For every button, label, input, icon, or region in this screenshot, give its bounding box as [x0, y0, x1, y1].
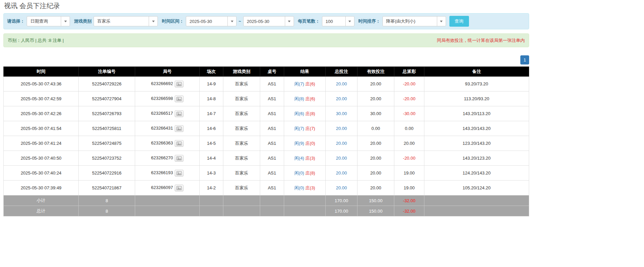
cell-time: 2025-05-30 07:40:24 [4, 166, 79, 181]
subtotal-payout: -32.00 [394, 195, 424, 206]
cell-session: 14-6 [200, 121, 223, 136]
sort-select[interactable]: 降幂(由大到小) [382, 16, 446, 26]
chevron-down-icon [345, 17, 354, 26]
cell-remark: 113.20/93.20 [424, 91, 529, 106]
cell-payout: -20.00 [394, 91, 424, 106]
table-row: 2025-05-30 07:43:36 522540729226 6232666… [4, 77, 529, 91]
round-number: 623266517 [151, 111, 173, 116]
cell-result: 闲(0) 庄(3) [284, 181, 326, 195]
cell-session: 14-2 [200, 181, 223, 195]
date-from-select[interactable]: 2025-05-30 [186, 16, 237, 26]
round-detail-button[interactable] [175, 185, 183, 191]
table-row: 2025-05-30 07:42:59 522540727904 6232665… [4, 91, 529, 106]
round-detail-button[interactable] [175, 110, 183, 117]
query-type-select[interactable]: 日期查询 [27, 16, 70, 26]
cell-table-no: AS1 [260, 121, 284, 136]
cell-remark: 93.20/73.20 [424, 77, 529, 91]
cell-bet-id: 522540725811 [79, 121, 135, 136]
time-range-label: 时间区间： [162, 18, 184, 24]
cell-game-type: 百家乐 [223, 151, 260, 166]
cell-total-bet: 20.00 [326, 151, 357, 166]
total-bet-link[interactable]: 20.00 [336, 156, 347, 161]
cell-payout: 19.00 [394, 181, 424, 195]
cell-game-type: 百家乐 [223, 166, 260, 181]
cell-valid-bet: 20.00 [357, 91, 394, 106]
page-title: 视讯 会员下注纪录 [3, 0, 529, 13]
table-row: 2025-05-30 07:40:50 522540723752 6232662… [4, 151, 529, 166]
page-size-select[interactable]: 100 [322, 16, 354, 26]
cell-result: 闲(7) 庄(6) [284, 77, 326, 91]
round-number: 623266193 [151, 170, 173, 175]
bet-records-table: 时间注单编号局号场次游戏类别桌号结果总投注有效投注总派彩备注 2025-05-3… [3, 66, 529, 216]
total-bet-link[interactable]: 20.00 [336, 170, 347, 176]
search-button[interactable]: 查询 [449, 16, 469, 27]
cell-session: 14-7 [200, 106, 223, 121]
chevron-down-icon [227, 17, 236, 26]
page-size-value: 100 [322, 19, 345, 24]
round-detail-button[interactable] [175, 125, 183, 132]
cell-bet-id: 522540726793 [79, 106, 135, 121]
cell-remark: 143.20/143.20 [424, 121, 529, 136]
round-number: 623266692 [151, 81, 173, 86]
total-label: 总计 [4, 206, 79, 216]
round-detail-button[interactable] [175, 140, 183, 147]
total-bet-link[interactable]: 20.00 [336, 185, 347, 190]
round-detail-button[interactable] [175, 155, 183, 162]
cell-round: 623266517 [135, 106, 200, 121]
query-type-value: 日期查询 [27, 18, 61, 24]
cell-result: 闲(7) 庄(7) [284, 121, 326, 136]
total-bet-link[interactable]: 20.00 [336, 126, 347, 131]
page-button-1[interactable]: 1 [520, 55, 529, 64]
cell-session: 14-5 [200, 136, 223, 151]
image-icon [176, 141, 182, 145]
column-header: 结果 [284, 67, 326, 77]
game-type-label: 游戏类别 [74, 18, 92, 24]
cell-bet-id: 522540729226 [79, 77, 135, 91]
game-type-select[interactable]: 百家乐 [94, 16, 158, 26]
cell-game-type: 百家乐 [223, 136, 260, 151]
round-detail-button[interactable] [175, 170, 183, 177]
round-detail-button[interactable] [175, 81, 183, 87]
cell-payout: 19.00 [394, 166, 424, 181]
result-banker: 庄(8) [305, 170, 315, 176]
cell-valid-bet: 20.00 [357, 77, 394, 91]
cell-time: 2025-05-30 07:43:36 [4, 77, 79, 91]
total-bet-link[interactable]: 30.00 [336, 111, 347, 116]
cell-remark: 105.20/124.20 [424, 181, 529, 195]
column-header: 备注 [424, 67, 529, 77]
cell-valid-bet: 20.00 [357, 181, 394, 195]
game-type-value: 百家乐 [94, 18, 149, 24]
cell-total-bet: 20.00 [326, 166, 357, 181]
subtotal-count: 8 [79, 195, 135, 206]
cell-table-no: AS1 [260, 91, 284, 106]
cell-bet-id: 522540722916 [79, 166, 135, 181]
cell-round: 623266363 [135, 136, 200, 151]
select-label: 请选择： [7, 18, 25, 24]
round-detail-button[interactable] [175, 96, 183, 102]
sort-value: 降幂(由大到小) [383, 18, 437, 24]
date-from-value: 2025-05-30 [186, 19, 227, 24]
cell-game-type: 百家乐 [223, 77, 260, 91]
round-number: 623266431 [151, 126, 173, 131]
image-icon [176, 156, 182, 160]
cell-payout: 20.00 [394, 136, 424, 151]
cell-remark: 143.20/123.20 [424, 151, 529, 166]
cell-total-bet: 20.00 [326, 181, 357, 195]
cell-remark: 124.20/143.20 [424, 166, 529, 181]
result-player: 闲(7) [294, 81, 304, 86]
date-to-select[interactable]: 2025-05-30 [243, 16, 294, 26]
total-bet-link[interactable]: 20.00 [336, 141, 347, 146]
total-row: 总计 8 170.00 150.00 -32.00 [4, 206, 529, 216]
table-body: 2025-05-30 07:43:36 522540729226 6232666… [4, 77, 529, 195]
cell-table-no: AS1 [260, 151, 284, 166]
cell-table-no: AS1 [260, 106, 284, 121]
cell-table-no: AS1 [260, 136, 284, 151]
total-bet-link[interactable]: 20.00 [336, 81, 347, 86]
subtotal-valid-bet: 150.00 [357, 195, 394, 206]
chevron-down-icon [61, 17, 70, 26]
image-icon [176, 171, 182, 175]
chevron-down-icon [149, 17, 157, 26]
column-header: 桌号 [260, 67, 284, 77]
total-bet-link[interactable]: 20.00 [336, 96, 347, 101]
column-header: 总派彩 [394, 67, 424, 77]
